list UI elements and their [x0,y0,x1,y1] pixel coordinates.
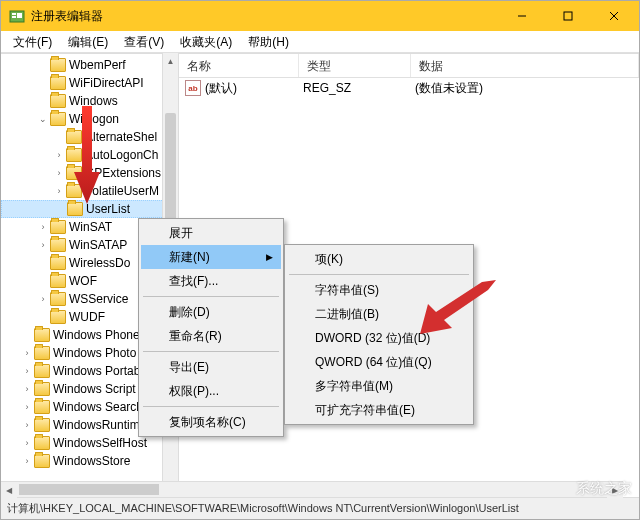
spacer [53,131,65,143]
folder-icon [66,166,82,180]
chevron-right-icon[interactable]: › [53,149,65,161]
chevron-right-icon[interactable]: › [21,419,33,431]
scroll-right-icon[interactable]: ▶ [607,482,623,498]
minimize-button[interactable] [499,1,545,31]
menu-item[interactable]: 字符串值(S) [287,278,471,302]
menu-item[interactable]: QWORD (64 位)值(Q) [287,350,471,374]
tree-node-Winlogon[interactable]: ⌄Winlogon [1,110,178,128]
folder-icon [34,454,50,468]
menu-item[interactable]: 新建(N)▶ [141,245,281,269]
folder-icon [50,94,66,108]
statusbar: 计算机\HKEY_LOCAL_MACHINE\SOFTWARE\Microsof… [1,497,639,519]
value-type: REG_SZ [303,81,415,95]
spacer [54,203,66,215]
chevron-right-icon[interactable]: › [21,437,33,449]
titlebar[interactable]: 注册表编辑器 [1,1,639,31]
separator [289,274,469,275]
menu-item[interactable]: 重命名(R) [141,324,281,348]
scroll-left-icon[interactable]: ◀ [1,482,17,498]
folder-icon [34,382,50,396]
app-icon [9,8,25,24]
chevron-right-icon[interactable]: › [53,185,65,197]
context-menu[interactable]: 展开新建(N)▶查找(F)...删除(D)重命名(R)导出(E)权限(P)...… [138,218,284,437]
node-label: Windows Photo [53,346,136,360]
col-name[interactable]: 名称 [179,54,299,77]
submenu-arrow-icon: ▶ [266,252,273,262]
menu-item[interactable]: 多字符串值(M) [287,374,471,398]
chevron-right-icon[interactable]: › [21,401,33,413]
folder-icon [34,400,50,414]
menu-item[interactable]: 可扩充字符串值(E) [287,398,471,422]
col-data[interactable]: 数据 [411,54,639,77]
menu-4[interactable]: 帮助(H) [240,31,297,52]
context-submenu-new[interactable]: 项(K)字符串值(S)二进制值(B)DWORD (32 位)值(D)QWORD … [284,244,474,425]
folder-icon [50,310,66,324]
horizontal-scrollbar[interactable]: ◀ ▶ [1,481,623,497]
node-label: WindowsSelfHost [53,436,147,450]
menu-item[interactable]: 权限(P)... [141,379,281,403]
tree-node-AlternateShel[interactable]: AlternateShel [1,128,178,146]
node-label: Windows Portab [53,364,140,378]
spacer [37,59,49,71]
menu-item[interactable]: 展开 [141,221,281,245]
chevron-right-icon[interactable]: › [53,167,65,179]
menu-item[interactable]: 删除(D) [141,300,281,324]
menu-item[interactable]: DWORD (32 位)值(D) [287,326,471,350]
menu-item[interactable]: 查找(F)... [141,269,281,293]
folder-icon [50,292,66,306]
tree-node-WindowsStore[interactable]: ›WindowsStore [1,452,178,470]
maximize-button[interactable] [545,1,591,31]
menu-item[interactable]: 导出(E) [141,355,281,379]
chevron-right-icon[interactable]: › [37,293,49,305]
string-value-icon: ab [185,80,201,96]
tree-node-WiFiDirectAPI[interactable]: WiFiDirectAPI [1,74,178,92]
folder-icon [66,148,82,162]
tree-node-WbemPerf[interactable]: WbemPerf [1,56,178,74]
chevron-right-icon[interactable]: › [21,347,33,359]
node-label: WirelessDo [69,256,130,270]
chevron-right-icon[interactable]: › [37,221,49,233]
chevron-right-icon[interactable]: › [21,365,33,377]
node-label: WUDF [69,310,105,324]
menu-item[interactable]: 项(K) [287,247,471,271]
node-label: WOF [69,274,97,288]
spacer [37,311,49,323]
svg-rect-3 [17,13,22,18]
window-title: 注册表编辑器 [31,8,499,25]
tree-node-AutoLogonCh[interactable]: ›AutoLogonCh [1,146,178,164]
folder-icon [67,202,83,216]
menubar: 文件(F)编辑(E)查看(V)收藏夹(A)帮助(H) [1,31,639,53]
menu-item[interactable]: 复制项名称(C) [141,410,281,434]
chevron-right-icon[interactable]: › [21,383,33,395]
menu-0[interactable]: 文件(F) [5,31,60,52]
scroll-up-icon[interactable]: ▲ [163,53,178,69]
folder-icon [34,346,50,360]
chevron-right-icon[interactable]: › [21,455,33,467]
tree-node-Windows[interactable]: Windows [1,92,178,110]
menu-item[interactable]: 二进制值(B) [287,302,471,326]
node-label: Windows Script [53,382,136,396]
folder-icon [50,238,66,252]
folder-icon [50,256,66,270]
tree-node-UserList[interactable]: UserList [1,200,178,218]
scroll-h-thumb[interactable] [19,484,159,495]
tree-node-GPExtensions[interactable]: ›GPExtensions [1,164,178,182]
node-label: GPExtensions [85,166,161,180]
node-label: WindowsRuntime [53,418,146,432]
folder-icon [50,58,66,72]
value-row[interactable]: ab(默认)REG_SZ(数值未设置) [179,78,639,98]
menu-3[interactable]: 收藏夹(A) [172,31,240,52]
node-label: UserList [86,202,130,216]
tree-node-VolatileUserM[interactable]: ›VolatileUserM [1,182,178,200]
node-label: AlternateShel [85,130,157,144]
node-label: WbemPerf [69,58,126,72]
node-label: Windows Phone [53,328,140,342]
menu-1[interactable]: 编辑(E) [60,31,116,52]
chevron-down-icon[interactable]: ⌄ [37,113,49,125]
chevron-right-icon[interactable]: › [37,239,49,251]
node-label: VolatileUserM [85,184,159,198]
col-type[interactable]: 类型 [299,54,411,77]
close-button[interactable] [591,1,637,31]
folder-icon [34,364,50,378]
menu-2[interactable]: 查看(V) [116,31,172,52]
